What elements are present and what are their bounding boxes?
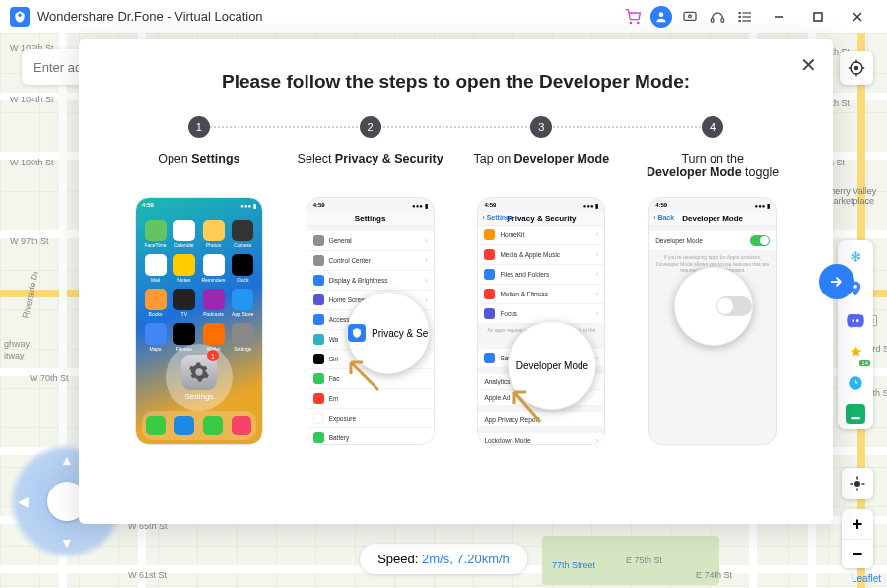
zoom-controls: + − <box>842 509 873 568</box>
next-button[interactable] <box>819 264 854 299</box>
star-icon[interactable]: ★14 <box>845 341 866 362</box>
titlebar: Wondershare Dr.Fone - Virtual Location <box>0 0 887 33</box>
clock-icon[interactable] <box>845 372 866 394</box>
street-label: W 70th St <box>30 373 69 383</box>
settings-app-highlight: 1 Settings <box>166 344 233 411</box>
screen-icon[interactable] <box>676 3 704 31</box>
svg-rect-14 <box>814 13 822 21</box>
step-number: 2 <box>360 116 381 138</box>
step-title: Turn on the Developer Mode toggle <box>632 152 793 183</box>
svg-point-10 <box>739 12 740 13</box>
discord-icon[interactable] <box>845 309 866 331</box>
cooling-icon[interactable]: ❄ <box>845 246 866 268</box>
joystick-down-icon[interactable]: ▼ <box>60 535 74 551</box>
speed-label: Speed: <box>377 552 418 566</box>
svg-point-2 <box>659 12 664 17</box>
phone-mock-devmode: 4:59●●● ▮ ‹ BackDeveloper Mode Developer… <box>648 197 777 445</box>
svg-point-4 <box>689 15 692 18</box>
modal-title: Please follow the steps to open the Deve… <box>118 71 793 93</box>
svg-point-25 <box>855 482 860 487</box>
svg-point-1 <box>638 22 639 23</box>
step-title: Open Settings <box>118 152 280 183</box>
menu-icon[interactable] <box>731 3 759 31</box>
modal-close-button[interactable]: ✕ <box>800 53 817 77</box>
zoom-in-button[interactable]: + <box>842 509 873 539</box>
settings-label: Settings <box>184 392 213 401</box>
svg-point-0 <box>630 22 631 23</box>
settings-badge: 1 <box>207 350 219 361</box>
street-label: W 104th St <box>10 95 54 104</box>
step-number: 4 <box>702 116 723 138</box>
svg-point-11 <box>739 16 740 17</box>
map-attribution[interactable]: Leaflet <box>852 573 881 584</box>
street-label: E 75th St <box>626 555 662 565</box>
import-icon[interactable] <box>846 404 865 424</box>
svg-point-18 <box>855 67 858 70</box>
toggle-magnifier <box>674 267 753 346</box>
street-label: W 100th St <box>10 158 54 167</box>
street-label: W 97th St <box>10 236 49 246</box>
street-label: E 74th St <box>696 570 732 580</box>
cart-icon[interactable] <box>619 3 647 31</box>
step-4: 4 Turn on the Developer Mode toggle 4:59… <box>632 116 793 445</box>
zoom-out-button[interactable]: − <box>842 539 873 568</box>
step-title: Select Privacy & Security <box>290 152 451 183</box>
svg-rect-5 <box>711 18 714 22</box>
street-label: itway <box>4 351 25 360</box>
step-2: 2 Select Privacy & Security 4:59●●● ▮ Se… <box>290 116 451 445</box>
step-number: 1 <box>188 116 210 138</box>
joystick-left-icon[interactable]: ◀ <box>18 493 29 509</box>
support-icon[interactable] <box>704 3 731 31</box>
phone-mock-settings: 4:59●●● ▮ Settings General› Control Cent… <box>307 197 435 445</box>
devmode-toggle-small <box>750 235 770 246</box>
poi-label: 77th Street <box>552 560 595 570</box>
mode-crosshair-button[interactable] <box>840 51 873 85</box>
svg-point-23 <box>853 285 857 289</box>
close-button[interactable] <box>838 3 877 31</box>
privacy-magnifier: Privacy & Se <box>347 292 430 374</box>
svg-rect-3 <box>684 12 696 20</box>
window-title: Wondershare Dr.Fone - Virtual Location <box>37 9 263 24</box>
step-number: 3 <box>530 116 552 138</box>
speed-value: 2m/s, 7.20km/h <box>422 552 510 566</box>
street-label: ghway <box>4 339 30 349</box>
user-icon[interactable] <box>650 6 672 28</box>
developer-mode-modal: ✕ Please follow the steps to open the De… <box>79 39 833 524</box>
street-label: W 61st St <box>128 570 167 580</box>
phone-mock-home: 4:59●●● ▮ FaceTime Calendar Photos Camer… <box>135 197 263 445</box>
step-1: 1 Open Settings 4:59●●● ▮ FaceTime Calen… <box>118 116 280 445</box>
maximize-button[interactable] <box>798 3 838 31</box>
devmode-magnifier: Developer Mode <box>508 321 596 410</box>
steps-row: 1 Open Settings 4:59●●● ▮ FaceTime Calen… <box>118 116 793 445</box>
speed-bar: Speed: 2m/s, 7.20km/h <box>360 544 527 574</box>
joystick-up-icon[interactable]: ▲ <box>60 452 74 468</box>
step-3: 3 Tap on Developer Mode 4:59●●● ▮ ‹ Sett… <box>461 116 623 445</box>
phone-mock-privacy: 4:59●●● ▮ ‹ SettingsPrivacy & Security H… <box>477 197 605 445</box>
recenter-button[interactable] <box>842 468 873 499</box>
svg-rect-6 <box>721 18 724 22</box>
svg-point-12 <box>739 20 740 21</box>
step-title: Tap on Developer Mode <box>461 152 623 183</box>
minimize-button[interactable] <box>759 3 798 31</box>
app-logo <box>10 7 30 27</box>
